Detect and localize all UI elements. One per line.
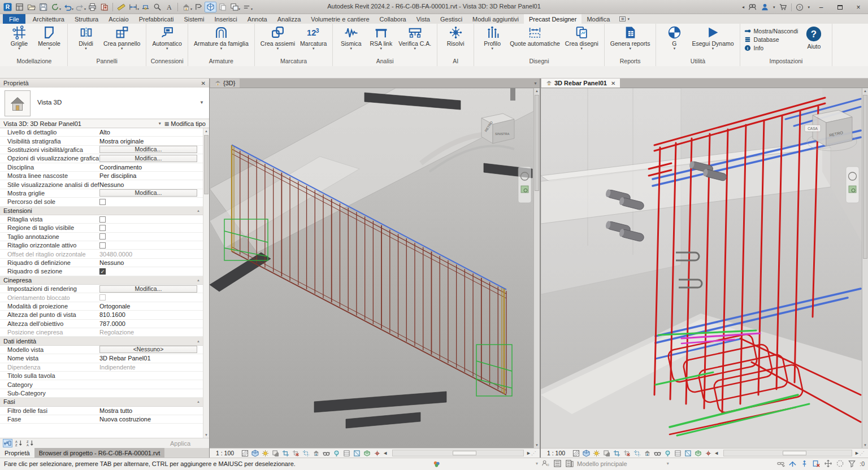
measure-icon[interactable] (115, 2, 127, 12)
visual-style-icon[interactable] (581, 449, 591, 458)
ribbon-button-crea-assiemi[interactable]: Crea assiemi▼ (259, 25, 297, 51)
sync-dropdown-icon[interactable]: ▾ (59, 7, 61, 11)
close-view-icon[interactable]: ✕ (611, 80, 615, 86)
ribbon-tab-annota[interactable]: Annota (242, 14, 272, 24)
detail-level-icon[interactable] (571, 449, 581, 458)
modify-options-icon[interactable]: ▦ (619, 16, 626, 21)
reveal-hidden-icon[interactable] (663, 449, 672, 458)
property-edit-button[interactable]: <Nessuno> (99, 346, 197, 353)
editable-only-icon[interactable] (553, 459, 562, 468)
instance-caret-icon[interactable]: ▾ (159, 121, 164, 126)
view-tab-3d-rebar-panel01[interactable]: 3D Rebar Panel01 ✕ (541, 79, 620, 88)
ribbon-button-sismica[interactable]: Sismica▼ (337, 25, 365, 51)
revit-logo-icon[interactable]: R (2, 2, 14, 12)
sort-descending-icon[interactable]: ZA (25, 439, 35, 447)
section-collapse-icon[interactable]: ▲ (197, 278, 200, 282)
property-edit-button[interactable]: Modifica... (99, 146, 197, 153)
properties-filter-icon[interactable] (3, 439, 12, 447)
ribbon-tab-prefabbricati[interactable]: Prefabbricati (134, 14, 179, 24)
text-a-icon[interactable]: A (163, 2, 175, 12)
tab-project-browser[interactable]: Browser di progetto - R6-C-0B-FA-00001.r… (34, 448, 165, 458)
viewport-3d-overview[interactable]: {3D} ▼ (210, 79, 540, 458)
scroll-up-icon[interactable]: ▲ (203, 129, 209, 133)
user-caret-icon[interactable]: ▾ (773, 5, 775, 10)
viewcube[interactable]: RETRO SINISTRA (481, 114, 514, 143)
ribbon-button-armature-da-famiglia[interactable]: Armature da famiglia▼ (192, 25, 250, 51)
modify-options-control[interactable]: ▦▾ (615, 14, 634, 24)
exclude-options-icon[interactable] (812, 459, 821, 468)
property-section-estensioni[interactable]: Estensioni▲ (0, 207, 203, 215)
property-section-cinepresa[interactable]: Cinepresa▲ (0, 276, 203, 285)
viewport1-vscrollbar[interactable]: ▲▼ (533, 88, 540, 448)
open-folder-icon[interactable] (25, 2, 37, 12)
temporary-hide-icon[interactable] (322, 449, 331, 458)
active-workset-label[interactable]: Modello principale (577, 460, 627, 467)
canvas-3d-rebar[interactable]: CASA RETRO (541, 88, 862, 448)
worksharing-display-icon[interactable] (673, 449, 683, 458)
ribbon-tab-acciaio[interactable]: Acciaio (103, 14, 133, 24)
ribbon-button-dividi[interactable]: Dividi▼ (72, 25, 100, 51)
tag-icon[interactable] (193, 2, 205, 12)
property-checkbox[interactable] (99, 216, 106, 223)
property-value[interactable]: 3D Rebar Panel01 (99, 355, 203, 362)
displace-elements-icon[interactable] (362, 449, 372, 458)
qat-customize-dropdown-icon[interactable]: ▾ (251, 7, 253, 11)
view-scale[interactable]: 1 : 100 (216, 450, 234, 456)
visual-style-icon[interactable] (250, 449, 260, 458)
user-icon[interactable] (761, 3, 769, 11)
select-links-icon[interactable] (776, 459, 785, 468)
restore-button[interactable] (832, 3, 847, 11)
view-scale[interactable]: 1 : 100 (547, 450, 565, 456)
section-collapse-icon[interactable]: ▲ (197, 209, 200, 212)
locked-3d-icon[interactable] (643, 449, 652, 458)
property-checkbox[interactable]: ✓ (99, 268, 106, 275)
ribbon-tab-modifica[interactable]: Modifica (581, 14, 615, 24)
ribbon-button-g[interactable]: G▼ (660, 25, 688, 51)
ribbon-tab-precast-designer[interactable]: Precast Designer (524, 14, 581, 24)
help-icon[interactable]: ? (796, 3, 804, 11)
ribbon-tab-sistemi[interactable]: Sistemi (179, 14, 209, 24)
ribbon-tab-file[interactable]: File (3, 14, 25, 24)
detail-level-icon[interactable] (240, 449, 250, 458)
property-value[interactable]: Mostra originale (99, 138, 203, 145)
cart-icon[interactable] (779, 3, 787, 11)
sun-path-icon[interactable] (592, 449, 601, 458)
crop-view-icon[interactable] (612, 449, 622, 458)
crop-region-icon[interactable] (632, 449, 642, 458)
property-section-fasi[interactable]: Fasi▲ (0, 398, 203, 406)
ribbon-tab-analizza[interactable]: Analizza (272, 14, 306, 24)
property-checkbox[interactable] (99, 225, 106, 231)
close-button[interactable]: × (851, 3, 866, 11)
ribbon-tab-struttura[interactable]: Struttura (70, 14, 103, 24)
ribbon-button-mensole[interactable]: Mensole▼ (35, 25, 63, 51)
workset-dropdown-icon[interactable]: ▾ (667, 461, 669, 466)
collapse-caret-icon[interactable]: ◂ (742, 5, 744, 10)
home-dropdown-icon[interactable]: ▾ (190, 7, 192, 11)
tab-properties[interactable]: Proprietà (0, 448, 34, 458)
ribbon-button-verifica-c-a-[interactable]: Verifica C.A.▼ (397, 25, 433, 51)
shadows-icon[interactable] (271, 449, 280, 458)
edit-type-button[interactable]: ▦ Modifica tipo (164, 120, 206, 127)
displace-elements-icon[interactable] (693, 449, 703, 458)
type-selector[interactable]: Vista 3D ▼ (0, 88, 209, 119)
ribbon-item-database[interactable]: Database (744, 36, 798, 43)
ribbon-button-marcatura[interactable]: 123Marcatura▼ (298, 25, 328, 51)
property-value[interactable]: 810.1600 (99, 311, 203, 318)
reveal-hidden-icon[interactable] (332, 449, 341, 458)
property-checkbox[interactable] (99, 242, 106, 249)
temporary-view-properties-icon[interactable] (683, 449, 693, 458)
save-icon[interactable] (37, 2, 49, 12)
ribbon-item-mostra-nascondi[interactable]: Mostra/Nascondi (744, 28, 798, 34)
ribbon-button-crea-pannello[interactable]: Crea pannello▼ (102, 25, 142, 51)
property-value[interactable]: 787.0000 (99, 320, 203, 327)
navigation-bar[interactable] (518, 167, 531, 203)
ribbon-tab-architettura[interactable]: Architettura (28, 14, 70, 24)
property-section-dati-identit-[interactable]: Dati identità▲ (0, 337, 203, 345)
ribbon-button-profilo[interactable]: Profilo▼ (478, 25, 506, 51)
ribbon-tab-gestisci[interactable]: Gestisci (435, 14, 467, 24)
ribbon-tab-inserisci[interactable]: Inserisci (209, 14, 242, 24)
redo-dropdown-icon[interactable]: ▾ (84, 7, 86, 11)
app-window-icon[interactable] (14, 2, 25, 12)
default-3d-view-icon[interactable] (205, 2, 216, 12)
temporary-view-properties-icon[interactable] (352, 449, 362, 458)
